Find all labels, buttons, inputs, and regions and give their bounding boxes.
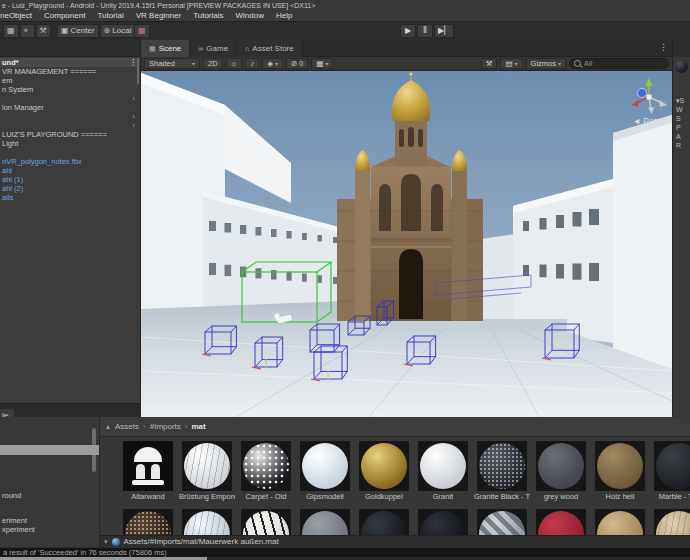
material-item[interactable]: Gipsmodell xyxy=(300,441,350,502)
material-item[interactable] xyxy=(182,509,232,535)
pause-button[interactable]: Ⅱ xyxy=(417,24,433,38)
grid-snapping-button[interactable]: ▦ xyxy=(134,24,150,38)
hierarchy-item[interactable]: › xyxy=(0,94,140,103)
scene-search-input[interactable] xyxy=(584,59,664,68)
scene-search-field[interactable] xyxy=(569,58,669,69)
material-thumbnail xyxy=(300,441,350,491)
scene-audio-toggle[interactable]: ♪ xyxy=(245,58,259,69)
material-item[interactable]: Granite Black - T... xyxy=(477,441,527,502)
material-item[interactable] xyxy=(123,509,173,535)
menu-tutorial[interactable]: Tutorial xyxy=(97,11,123,20)
hierarchy-item[interactable]: ion Manager xyxy=(0,103,140,112)
hierarchy-item[interactable]: › xyxy=(0,112,140,121)
material-item[interactable]: Holz hell xyxy=(595,441,645,502)
material-item[interactable] xyxy=(595,509,645,535)
material-item[interactable] xyxy=(241,509,291,535)
tab-game[interactable]: ∞Game xyxy=(190,40,237,57)
play-button[interactable]: ▶ xyxy=(400,24,416,38)
tab-scene[interactable]: ▦Scene xyxy=(141,40,190,57)
menu-window[interactable]: Window xyxy=(236,11,264,20)
hierarchy-scrollbar[interactable] xyxy=(137,58,139,84)
material-item[interactable]: Marble - Tra xyxy=(654,441,690,502)
material-item[interactable]: Carpet - Old xyxy=(241,441,291,502)
breadcrumb-item[interactable]: mat xyxy=(192,422,206,431)
step-button[interactable]: ▶▏ xyxy=(434,24,454,38)
2d-toggle-button[interactable]: 2D xyxy=(203,58,223,69)
material-thumbnail xyxy=(595,441,645,491)
material-item[interactable]: Granit xyxy=(418,441,468,502)
material-sphere xyxy=(538,511,584,535)
hierarchy-item[interactable]: Light xyxy=(0,139,140,148)
inspector-property-fragment: ▾S xyxy=(676,96,684,105)
material-thumbnail xyxy=(477,509,527,535)
hierarchy-scene-header[interactable]: und*⋮ xyxy=(0,58,140,67)
hierarchy-item[interactable]: VR MANAGEMENT ====== xyxy=(0,67,140,76)
scene-visibility-toggle[interactable]: ⊘0 xyxy=(286,58,308,69)
gizmos-label: Gizmos xyxy=(531,59,556,69)
menu-vr-beginner[interactable]: VR Beginner xyxy=(136,11,181,20)
material-item[interactable] xyxy=(477,509,527,535)
material-item[interactable]: Goldkuppel xyxy=(359,441,409,502)
hierarchy-item[interactable]: n System xyxy=(0,85,140,94)
kebab-menu-icon[interactable]: ⋮ xyxy=(659,42,668,52)
draw-mode-dropdown[interactable]: Shaded▾ xyxy=(144,58,200,69)
grid-visibility-dropdown[interactable]: ▦▾ xyxy=(311,58,333,69)
breadcrumb-item[interactable]: Assets xyxy=(115,422,139,431)
expand-arrow-icon[interactable]: › xyxy=(132,94,135,103)
material-item[interactable] xyxy=(300,509,350,535)
hierarchy-item[interactable]: LUIZ'S PLAYGROUND ====== xyxy=(0,130,140,139)
altar-arch-shape xyxy=(136,464,145,479)
custom-tool-button[interactable]: ⚒ xyxy=(36,24,51,38)
pivot-toggle-button[interactable]: ▣ Center xyxy=(57,24,99,38)
inspector-property-fragment: S xyxy=(676,114,681,123)
rect-tool-button[interactable]: ▦ xyxy=(3,24,19,38)
camera-settings-dropdown[interactable]: ▤▾ xyxy=(500,58,522,69)
menu-neobject[interactable]: neObject xyxy=(0,11,32,20)
hierarchy-item-label: n System xyxy=(2,85,33,94)
hierarchy-item[interactable]: em xyxy=(0,76,140,85)
scene-lighting-toggle[interactable]: ☼ xyxy=(226,58,243,69)
menu-component[interactable]: Component xyxy=(44,11,85,20)
menu-tutorials[interactable]: Tutorials xyxy=(193,11,223,20)
material-sphere xyxy=(479,443,525,489)
hierarchy-item[interactable]: ahl (2) xyxy=(0,184,140,193)
scene-viewport[interactable]: ◄ Persp xyxy=(141,71,672,420)
material-item[interactable]: grey wood xyxy=(536,441,586,502)
hierarchy-item-label: em xyxy=(2,76,12,85)
folder-item[interactable] xyxy=(0,445,99,455)
transform-tool-button[interactable]: ⌖ xyxy=(20,24,35,38)
hierarchy-item[interactable] xyxy=(0,148,140,157)
breadcrumb-collapse-icon[interactable]: ▴ xyxy=(106,422,110,431)
expand-arrow-icon[interactable]: › xyxy=(132,121,135,130)
menu-help[interactable]: Help xyxy=(276,11,292,20)
title-bar: e - Luiz_Playground - Android - Unity 20… xyxy=(0,0,690,11)
gizmos-dropdown[interactable]: Gizmos▾ xyxy=(526,58,566,69)
collapse-arrow-icon[interactable]: ▾ xyxy=(104,538,108,546)
kebab-menu-icon[interactable]: ⋮ xyxy=(129,58,137,67)
hierarchy-item[interactable]: ahl (1) xyxy=(0,175,140,184)
orientation-toggle-button[interactable]: ⊕ Local xyxy=(100,24,136,38)
camera-projection-label[interactable]: ◄ Persp xyxy=(633,116,666,126)
folder-item[interactable]: round xyxy=(0,491,99,501)
material-thumbnail xyxy=(536,509,586,535)
hierarchy-item[interactable]: nVR_polygon_notex.fbx xyxy=(0,157,140,166)
breadcrumb-item[interactable]: #Imports xyxy=(150,422,181,431)
materials-row-2 xyxy=(100,509,690,535)
material-name: Goldkuppel xyxy=(356,491,412,502)
material-item[interactable] xyxy=(536,509,586,535)
scene-fx-dropdown[interactable]: ◈▾ xyxy=(262,58,283,69)
material-item[interactable] xyxy=(654,509,690,535)
hierarchy-item[interactable]: › xyxy=(0,121,140,130)
material-item[interactable] xyxy=(418,509,468,535)
material-item[interactable] xyxy=(359,509,409,535)
entrance-arch xyxy=(399,249,423,319)
expand-arrow-icon[interactable]: › xyxy=(132,112,135,121)
hierarchy-item[interactable]: ails xyxy=(0,193,140,202)
chevron-down-icon: ▾ xyxy=(325,59,328,69)
editor-tools-button[interactable]: ⚒ xyxy=(481,58,498,69)
material-item[interactable]: Altarwand xyxy=(123,441,173,502)
material-item[interactable]: Brüstung Empore xyxy=(182,441,232,502)
tab-asset-store[interactable]: ⌂Asset Store xyxy=(237,40,303,57)
hierarchy-item[interactable]: ahl xyxy=(0,166,140,175)
folder-item[interactable]: xperiment xyxy=(0,525,99,535)
